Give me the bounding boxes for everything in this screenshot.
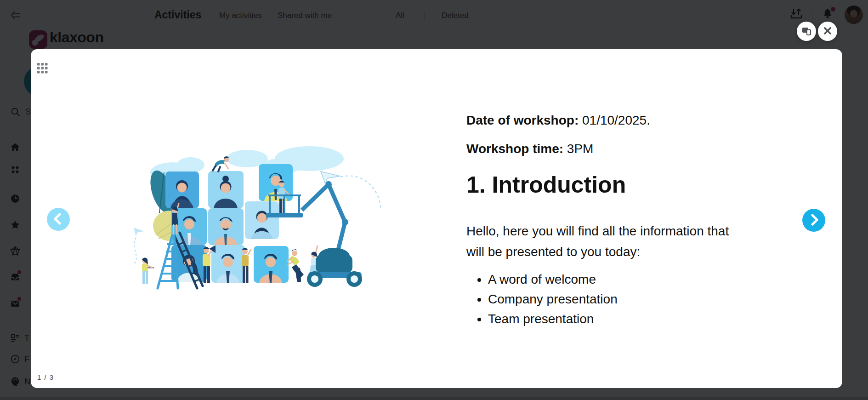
workshop-date-value: 01/10/2025. bbox=[582, 113, 650, 127]
app-screen: Activities My activities Shared with me … bbox=[0, 0, 868, 400]
team-photos-illustration bbox=[130, 140, 387, 292]
workshop-time-value: 3PM bbox=[567, 142, 594, 156]
slide-content: Date of workshop: 01/10/2025. Workshop t… bbox=[466, 113, 747, 329]
bullet-item: Team presentation bbox=[488, 309, 747, 329]
workshop-time-label: Workshop time: bbox=[466, 142, 563, 156]
display-device-icon bbox=[801, 26, 811, 37]
chevron-right-icon bbox=[802, 208, 825, 233]
close-modal-button[interactable] bbox=[818, 22, 837, 41]
slide-page-indicator: 1 / 3 bbox=[37, 373, 53, 381]
workshop-date-label: Date of workshop: bbox=[466, 113, 579, 127]
previous-slide-button[interactable] bbox=[47, 208, 70, 231]
grid-icon bbox=[37, 67, 48, 75]
workshop-date-line: Date of workshop: 01/10/2025. bbox=[466, 113, 747, 128]
next-slide-button[interactable] bbox=[802, 209, 825, 232]
chevron-left-icon bbox=[47, 207, 70, 232]
bullet-item: Company presentation bbox=[488, 289, 747, 309]
slide-bullet-list: A word of welcome Company presentation T… bbox=[466, 269, 747, 329]
slide-viewer-modal: Date of workshop: 01/10/2025. Workshop t… bbox=[31, 49, 842, 388]
slide-paragraph: Hello, here you will find all the inform… bbox=[466, 221, 747, 262]
slide-grid-view-button[interactable] bbox=[37, 63, 48, 75]
picture-in-picture-button[interactable] bbox=[797, 22, 816, 41]
close-icon bbox=[823, 26, 832, 37]
workshop-time-line: Workshop time: 3PM bbox=[466, 141, 747, 157]
slide-heading: 1. Introduction bbox=[466, 172, 747, 198]
bullet-item: A word of welcome bbox=[488, 269, 747, 289]
